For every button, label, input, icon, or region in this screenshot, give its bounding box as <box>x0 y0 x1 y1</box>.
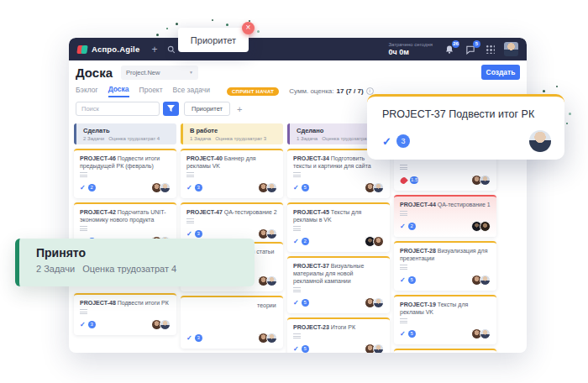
task-title: PROJECT-45 Тексты для рекламы в VK <box>293 208 384 223</box>
avatar <box>266 182 277 193</box>
messages-badge: 5 <box>473 40 480 48</box>
tab-project[interactable]: Проект <box>139 86 163 97</box>
task-title: PROJECT-40 Баннер для рекламы VK <box>186 155 277 170</box>
search-input[interactable] <box>76 102 160 116</box>
description-icon <box>400 165 407 170</box>
create-button[interactable]: Создать <box>481 65 520 80</box>
sprint-status-badge: СПРИНТ НАЧАТ <box>227 87 279 96</box>
description-icon <box>80 309 87 314</box>
tab-backlog[interactable]: Бэклог <box>76 86 98 97</box>
avatar <box>373 236 384 247</box>
checkmark-icon: ✓ <box>293 299 299 307</box>
task-card[interactable]: PROJECT-23 Итоги РК ✓5 <box>287 317 390 353</box>
avatar <box>160 319 171 330</box>
avatar <box>480 175 491 186</box>
description-icon <box>400 211 407 216</box>
page-title: Доска <box>76 66 113 80</box>
messages-icon[interactable]: 5 <box>465 44 476 55</box>
notifications-bell-icon[interactable]: 26 <box>444 44 455 55</box>
estimate-badge: 3 <box>88 321 96 328</box>
task-card[interactable]: PROJECT-48 Подвести итоги РК ✓3 <box>74 293 176 335</box>
brand-name: Аспро.Agile <box>92 45 139 54</box>
avatar <box>373 297 384 308</box>
checkmark-icon: ✓ <box>80 184 86 192</box>
estimate-badge: 1.5 <box>410 176 418 184</box>
task-title: теории <box>257 302 277 309</box>
priority-filter-chip[interactable]: Приоритет <box>184 102 230 116</box>
add-filter-icon[interactable]: + <box>237 104 242 114</box>
confetti-dot <box>257 30 260 33</box>
search-icon[interactable] <box>167 45 176 54</box>
checkmark-icon: ✓ <box>400 330 406 338</box>
task-card[interactable]: PROJECT-44 QA-тестирование 1 ✓2 <box>394 195 496 237</box>
task-card[interactable]: PROJECT-16 Подвести итоги РК <box>394 349 496 353</box>
task-title: PROJECT-28 Визуализация для презентации <box>400 247 491 262</box>
confetti-dot <box>156 34 159 36</box>
description-icon <box>293 287 301 292</box>
apps-grid-icon[interactable] <box>486 45 495 54</box>
task-card[interactable]: PROJECT-40 Баннер для рекламы VK ✓3 <box>181 149 283 198</box>
description-icon <box>400 318 407 323</box>
top-navbar: Аспро.Agile + Сп Затрачено сегодня 0ч 0м… <box>69 38 527 60</box>
tab-board[interactable]: Доска <box>108 85 129 97</box>
confetti-dot <box>212 19 213 21</box>
time-tracker[interactable]: Затрачено сегодня 0ч 0м <box>388 42 433 56</box>
task-title: PROJECT-19 Тексты для рекламы VK <box>400 301 491 316</box>
notifications-badge: 26 <box>452 40 459 48</box>
assignee-avatar <box>529 130 551 152</box>
summary-score: Сумм. оценка: 17 (7 / 7) i <box>289 87 373 95</box>
task-card[interactable]: PROJECT-37 Визуальные материалы для ново… <box>287 256 390 313</box>
avatar <box>373 344 384 353</box>
confetti-dot <box>166 28 168 29</box>
column-header: В работе 1 Задача Оценка трудозатрат 3 <box>181 123 283 144</box>
avatar <box>266 228 277 239</box>
avatar <box>266 275 277 286</box>
description-icon <box>293 226 301 231</box>
task-title: PROJECT-48 Подвести итоги РК <box>80 299 171 307</box>
estimate-badge: 2 <box>408 223 416 230</box>
checkmark-icon: ✓ <box>382 135 391 148</box>
confetti-dot <box>226 24 228 26</box>
tab-all-tasks[interactable]: Все задачи <box>173 86 210 97</box>
user-avatar[interactable] <box>504 42 518 56</box>
filter-button[interactable] <box>163 102 179 116</box>
task-card[interactable]: PROJECT-19 Тексты для рекламы VK ✓5 <box>394 295 496 344</box>
checkmark-icon: ✓ <box>293 238 299 245</box>
estimate-badge: 5 <box>302 345 309 353</box>
estimate-badge: 3 <box>195 230 202 238</box>
task-card[interactable]: PROJECT-28 Визуализация для презентации … <box>394 241 496 291</box>
avatar <box>480 275 491 286</box>
estimate-badge: 5 <box>302 184 309 192</box>
task-card[interactable]: PROJECT-45 Тексты для рекламы в VK ✓2 <box>287 202 390 252</box>
confetti-dot <box>566 123 568 124</box>
task-title: PROJECT-46 Подвести итоги предыдущей РК … <box>80 155 171 170</box>
task-card[interactable]: теории ✓3 <box>181 296 283 349</box>
app-window: Аспро.Agile + Сп Затрачено сегодня 0ч 0м… <box>69 38 527 353</box>
confetti-dot <box>543 90 545 92</box>
estimate-badge: 5 <box>302 299 309 307</box>
avatar <box>266 333 277 344</box>
task-card-popup[interactable]: PROJECT-37 Подвести итог РК ✓ 3 <box>367 94 564 160</box>
task-card[interactable]: PROJECT-46 Подвести итоги предыдущей РК … <box>74 149 176 198</box>
checkmark-icon: ✓ <box>400 223 406 230</box>
task-title: PROJECT-37 Визуальные материалы для ново… <box>293 262 384 285</box>
close-icon[interactable]: × <box>242 22 255 34</box>
page: Аспро.Agile + Сп Затрачено сегодня 0ч 0м… <box>0 0 588 383</box>
checkmark-icon: ✓ <box>186 334 192 342</box>
estimate-badge: 3 <box>195 334 202 342</box>
project-select[interactable]: Project.New ▼ <box>121 66 198 80</box>
task-title: PROJECT-44 QA-тестирование 1 <box>400 201 491 208</box>
checkmark-icon: ✓ <box>293 184 299 192</box>
description-icon <box>186 218 194 223</box>
checkmark-icon: ✓ <box>186 184 192 192</box>
app-logo-icon <box>77 45 87 55</box>
avatar <box>480 221 491 232</box>
accepted-column-callout: Принято 2 Задачи Оценка трудозатрат 4 <box>15 239 255 286</box>
column-header: Сделать 2 Задачи Оценка трудозатрат 4 <box>74 123 176 144</box>
estimate-badge: 5 <box>408 330 416 338</box>
avatar <box>480 328 491 339</box>
fire-icon <box>399 176 408 185</box>
add-icon[interactable]: + <box>151 45 157 54</box>
estimate-badge: 5 <box>408 276 416 284</box>
confetti-dot <box>556 86 558 87</box>
